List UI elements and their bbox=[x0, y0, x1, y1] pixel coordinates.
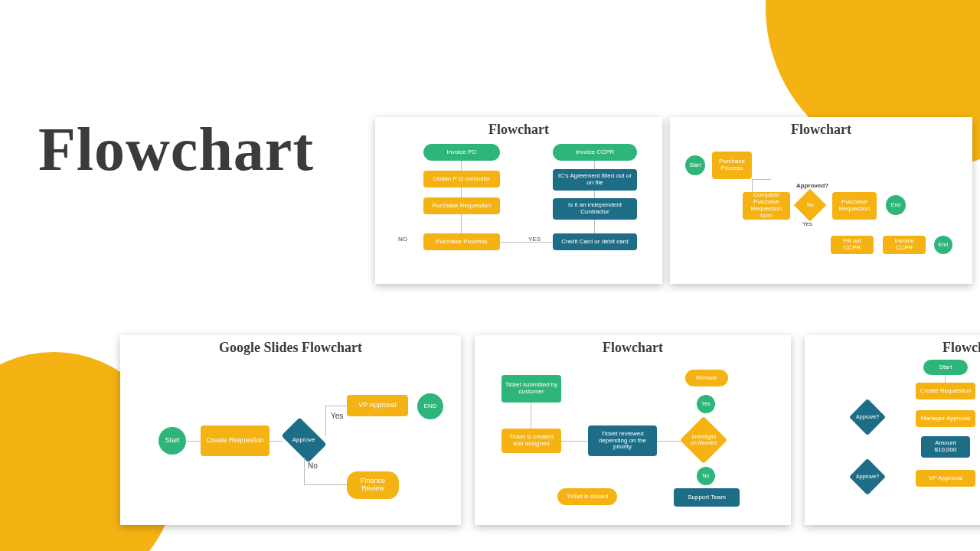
connector bbox=[594, 220, 595, 233]
slide-thumb-3[interactable]: Google Slides Flowchart Start Create Req… bbox=[120, 335, 461, 525]
node-finance: Finance Review bbox=[347, 471, 399, 499]
node-no: No bbox=[697, 467, 715, 485]
label-no: No bbox=[308, 461, 318, 470]
slide-1-title: Flowchart bbox=[375, 117, 662, 138]
connector bbox=[945, 375, 946, 383]
node-end: END bbox=[417, 393, 443, 419]
node-pr: Purchase Requestion bbox=[832, 192, 877, 220]
connector bbox=[752, 179, 753, 192]
label-approved: Approved? bbox=[796, 182, 828, 189]
label-yes: Yes bbox=[802, 220, 812, 227]
node-end2: End bbox=[934, 236, 952, 254]
node-start: Start bbox=[158, 427, 186, 455]
connector bbox=[594, 161, 595, 169]
slide-5-title: Flowchart bbox=[805, 335, 980, 356]
node-indep-contractor: Is it an independent Contractor bbox=[553, 198, 637, 220]
node-yes: Yes bbox=[697, 395, 715, 413]
connector bbox=[304, 458, 305, 484]
node-credit-card: Credit Card or debit card bbox=[553, 233, 637, 250]
connector bbox=[325, 406, 326, 436]
decision-investigation: Investigati on Needed bbox=[680, 416, 727, 464]
node-submitted: Ticket submitted by customer bbox=[501, 375, 561, 403]
node-start: Start bbox=[923, 360, 968, 375]
slide-thumb-4[interactable]: Flowchart Ticket submitted by customer T… bbox=[475, 335, 791, 525]
node-remote: Remote bbox=[685, 370, 728, 386]
node-cr: Create Requestion bbox=[916, 383, 975, 399]
node-start: Start bbox=[685, 155, 705, 175]
node-cprf: Complete Purchase Requestion form bbox=[743, 192, 790, 220]
connector bbox=[186, 441, 201, 442]
node-create-req: Create Requestion bbox=[201, 425, 270, 456]
slide-thumb-5[interactable]: Flowchart Start Create Requestion Approv… bbox=[805, 335, 980, 525]
node-vp: VP Approval bbox=[347, 395, 408, 416]
connector bbox=[752, 179, 771, 180]
node-invoice-ccpr: Invoice CCPR bbox=[553, 144, 637, 161]
node-pp: Purchase Procress bbox=[423, 233, 500, 250]
connector bbox=[304, 484, 347, 485]
connector bbox=[461, 161, 462, 171]
slide-2-title: Flowchart bbox=[670, 117, 972, 138]
node-invoice-po: Invoice PO bbox=[423, 144, 500, 161]
node-created: Ticket is created and assigned bbox=[501, 429, 561, 453]
node-ic-agreement: IC's Agreement filled out or on file bbox=[553, 169, 637, 191]
label-yes: Yes bbox=[331, 412, 343, 420]
connector bbox=[500, 242, 553, 243]
node-amount: Amount $10,000 bbox=[921, 436, 970, 458]
slide-thumb-1[interactable]: Flowchart Invoice PO Obtain P O controll… bbox=[375, 117, 662, 284]
node-reviewed: Ticket reviewed depending on the priorit… bbox=[588, 425, 657, 456]
decision-1: Approve? bbox=[849, 399, 886, 435]
headline: Flowchart bbox=[38, 115, 314, 184]
node-end1: End bbox=[886, 195, 906, 215]
node-fill-ccpr: Fill out CCPR bbox=[831, 236, 874, 254]
node-inv-ccpr: Invoice CCPR bbox=[883, 236, 926, 254]
node-support: Support Team bbox=[674, 488, 740, 507]
connector bbox=[461, 187, 462, 197]
label-no: NO bbox=[398, 236, 407, 243]
connector bbox=[325, 406, 347, 406]
connector bbox=[270, 441, 283, 442]
slide-4-title: Flowchart bbox=[475, 335, 791, 356]
decision-2: Approve? bbox=[849, 458, 886, 495]
node-mgr: Manager Approval bbox=[916, 410, 975, 427]
label-yes: YES bbox=[528, 236, 541, 243]
node-vp: VP Approval bbox=[916, 470, 975, 487]
node-pr: Purchase Requestion bbox=[423, 197, 500, 214]
node-pp: Purchase Process bbox=[712, 152, 752, 179]
connector bbox=[461, 214, 462, 233]
decision-approved: No bbox=[794, 189, 826, 221]
node-closed: Ticket is closed bbox=[557, 488, 617, 505]
slide-thumb-2[interactable]: Flowchart Start Purchase Process Complet… bbox=[670, 117, 972, 284]
connector bbox=[594, 191, 595, 198]
decision-approve: Approve bbox=[281, 417, 326, 462]
connector bbox=[657, 441, 683, 442]
connector bbox=[561, 441, 588, 442]
node-obtain-po: Obtain P O controller bbox=[423, 171, 500, 187]
slide-3-title: Google Slides Flowchart bbox=[120, 335, 461, 356]
connector bbox=[531, 403, 531, 429]
